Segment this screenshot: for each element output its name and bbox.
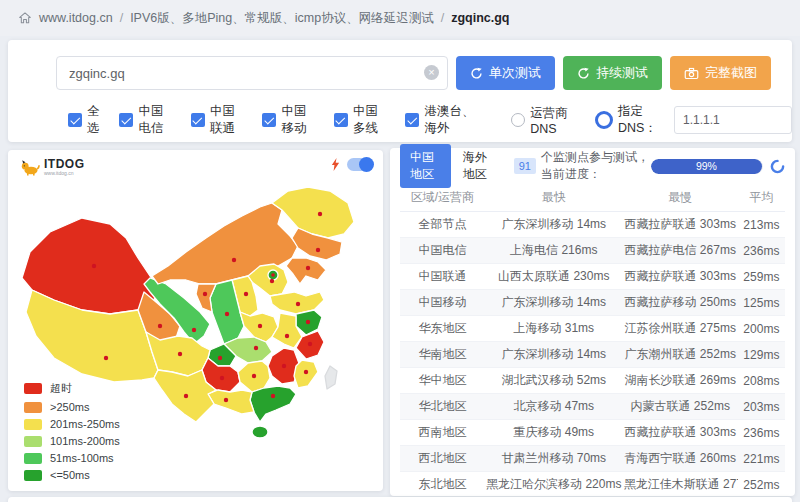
breadcrumb: www.itdog.cn / IPV6版、多地Ping、常规版、icmp协议、网…	[0, 0, 800, 36]
control-card: × 单次测试 持续测试 完整截图 全选中国电信中国联通中国移动中	[8, 40, 792, 142]
table-cell: 湖北武汉移动 52ms	[485, 368, 623, 394]
table-cell: 236ms	[738, 238, 785, 264]
checkbox-item[interactable]: 中国移动	[262, 103, 318, 137]
table-cell: 黑龙江哈尔滨移动 220ms	[485, 472, 623, 498]
table-cell: 广东潮州联通 252ms	[623, 342, 738, 368]
checkbox-checked-icon[interactable]	[191, 113, 205, 127]
checkbox-item[interactable]: 中国多线	[334, 103, 390, 137]
checkbox-checked-icon[interactable]	[334, 113, 348, 127]
search-input-wrap: ×	[56, 56, 448, 90]
column-header: 区域/运营商	[400, 184, 485, 212]
table-cell: 黑龙江佳木斯联通 277ms	[623, 472, 738, 498]
logo-subtext: www.itdog.cn	[44, 171, 85, 176]
single-test-button[interactable]: 单次测试	[456, 56, 555, 90]
table-cell: 中国移动	[400, 290, 485, 316]
table-cell: 西北地区	[400, 446, 485, 472]
legend-swatch	[24, 436, 42, 447]
table-row: 华东地区上海移动 31ms江苏徐州联通 275ms200ms	[400, 316, 785, 342]
province-liaoning[interactable]	[286, 258, 326, 284]
progress-fill: 99%	[651, 159, 762, 174]
checkbox-item[interactable]: 中国电信	[119, 103, 175, 137]
column-header: 最快	[485, 184, 623, 212]
table-cell: 221ms	[738, 446, 785, 472]
progress-bar: 99%	[651, 159, 763, 174]
table-cell: 华东地区	[400, 316, 485, 342]
table-cell: 东北地区	[400, 472, 485, 498]
legend-item: 101ms-200ms	[24, 435, 120, 447]
search-input[interactable]	[56, 56, 448, 90]
table-cell: 山西太原联通 230ms	[485, 264, 623, 290]
table-cell: 西藏拉萨联通 303ms	[623, 212, 738, 238]
itdog-logo: ITDOG www.itdog.cn	[20, 158, 85, 176]
table-row: 华中地区湖北武汉移动 52ms湖南长沙联通 269ms208ms	[400, 368, 785, 394]
table-cell: 西南地区	[400, 420, 485, 446]
table-cell: 西藏拉萨联通 303ms	[623, 420, 738, 446]
results-table-head: 区域/运营商最快最慢平均	[400, 184, 785, 212]
checkbox-label: 港澳台、海外	[424, 103, 481, 137]
checkbox-checked-icon[interactable]	[405, 113, 419, 127]
table-cell: 200ms	[738, 316, 785, 342]
map-header: ITDOG www.itdog.cn	[20, 158, 373, 176]
radio-custom-dns[interactable]: 指定DNS：	[595, 103, 668, 137]
table-cell: 华南地区	[400, 342, 485, 368]
map-legend: 超时>250ms201ms-250ms101ms-200ms51ms-100ms…	[24, 376, 120, 481]
checkbox-checked-icon[interactable]	[68, 113, 82, 127]
province-guangxi[interactable]	[208, 390, 254, 414]
checkbox-item[interactable]: 中国联通	[191, 103, 247, 137]
table-cell: 湖南长沙联通 269ms	[623, 368, 738, 394]
table-cell: 西藏拉萨联通 303ms	[623, 264, 738, 290]
dns-input[interactable]	[674, 106, 792, 134]
breadcrumb-path: IPV6版、多地Ping、常规版、icmp协议、网络延迟测试	[130, 10, 434, 27]
refresh-icon	[470, 67, 483, 80]
table-cell: 208ms	[738, 368, 785, 394]
table-cell: 129ms	[738, 342, 785, 368]
table-cell: 上海移动 31ms	[485, 316, 623, 342]
table-row: 中国移动广东深圳移动 14ms西藏拉萨移动 250ms125ms	[400, 290, 785, 316]
column-header: 最慢	[623, 184, 738, 212]
checkbox-label: 中国联通	[210, 103, 247, 137]
screenshot-button[interactable]: 完整截图	[670, 56, 771, 90]
checkbox-item[interactable]: 全选	[68, 103, 103, 137]
screenshot-label: 完整截图	[705, 64, 757, 82]
results-table: 区域/运营商最快最慢平均 全部节点广东深圳移动 14ms西藏拉萨联通 303ms…	[400, 184, 785, 502]
table-row: 中国电信上海电信 216ms西藏拉萨电信 267ms236ms	[400, 238, 785, 264]
continuous-test-button[interactable]: 持续测试	[563, 56, 662, 90]
table-row: 全部节点广东深圳移动 14ms西藏拉萨联通 303ms213ms	[400, 212, 785, 238]
table-cell: 北京移动 47ms	[485, 394, 623, 420]
map-toggle[interactable]	[347, 158, 373, 171]
legend-swatch	[24, 383, 42, 394]
checkbox-checked-icon[interactable]	[119, 113, 133, 127]
table-cell: 江苏徐州联通 275ms	[623, 316, 738, 342]
breadcrumb-current: zgqinc.gq	[451, 11, 509, 25]
table-row: 华南地区广东深圳移动 14ms广东潮州联通 252ms129ms	[400, 342, 785, 368]
checkbox-checked-icon[interactable]	[262, 113, 276, 127]
province-taiwan[interactable]	[325, 366, 337, 389]
radio-custom-dns-label: 指定DNS：	[618, 103, 668, 137]
legend-item: 201ms-250ms	[24, 418, 120, 430]
camera-icon	[684, 67, 699, 80]
clear-icon[interactable]: ×	[424, 65, 439, 80]
radio-carrier-dns[interactable]: 运营商DNS	[511, 105, 581, 136]
legend-item: <=50ms	[24, 469, 120, 481]
loading-spinner-icon	[770, 159, 785, 174]
continuous-test-label: 持续测试	[596, 64, 648, 82]
radio-carrier-dns-label: 运营商DNS	[530, 105, 581, 136]
table-cell: 上海电信 216ms	[485, 238, 623, 264]
province-guangdong[interactable]	[250, 386, 296, 422]
table-cell: 华中地区	[400, 368, 485, 394]
checkbox-label: 中国电信	[138, 103, 175, 137]
checkbox-item[interactable]: 港澳台、海外	[405, 103, 481, 137]
breadcrumb-site[interactable]: www.itdog.cn	[39, 11, 113, 25]
legend-item: >250ms	[24, 401, 120, 413]
tab-china[interactable]: 中国地区	[400, 144, 451, 188]
legend-swatch	[24, 470, 42, 481]
table-cell: 重庆移动 49ms	[485, 420, 623, 446]
table-cell: 全部节点	[400, 212, 485, 238]
tab-overseas[interactable]: 海外地区	[463, 149, 494, 183]
radio-icon[interactable]	[511, 113, 525, 127]
radio-checked-icon[interactable]	[595, 111, 613, 129]
map-panel: ITDOG www.itdog.cn	[8, 150, 383, 491]
province-hainan[interactable]	[252, 426, 268, 438]
legend-label: 超时	[50, 381, 72, 396]
legend-label: >250ms	[50, 401, 89, 413]
